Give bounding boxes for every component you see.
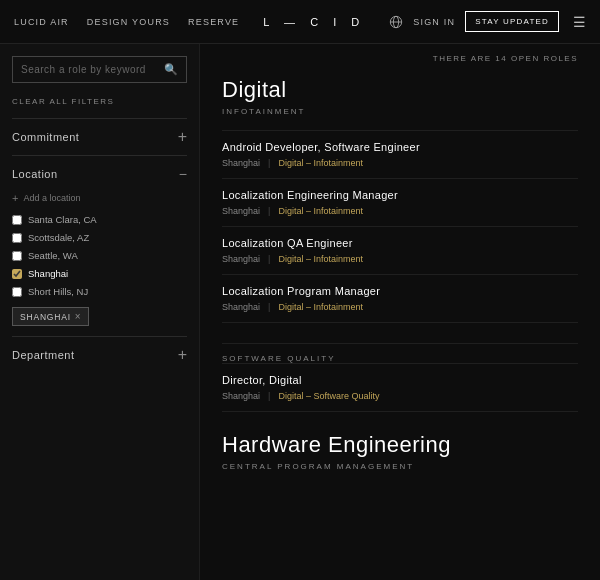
department-label: Department [12, 349, 74, 361]
location-checkbox-short-hills[interactable] [12, 287, 22, 297]
main-container: 🔍 CLEAR ALL FILTERS Commitment + Locatio… [0, 44, 600, 580]
job-tag-localization-pm: Digital – Infotainment [278, 302, 363, 312]
job-location-localization-mgr: Shanghai [222, 206, 260, 216]
divider-android: | [268, 158, 270, 168]
shanghai-tag-remove[interactable]: × [75, 311, 82, 322]
add-location[interactable]: + Add a location [12, 192, 187, 204]
commitment-header[interactable]: Commitment + [12, 129, 187, 145]
location-item-seattle[interactable]: Seattle, WA [12, 250, 187, 261]
job-meta-director-digital: Shanghai | Digital – Software Quality [222, 391, 578, 401]
location-item-santa-clara[interactable]: Santa Clara, CA [12, 214, 187, 225]
digital-title: Digital [222, 77, 578, 103]
department-filter: Department + [12, 336, 187, 373]
job-meta-android: Shanghai | Digital – Infotainment [222, 158, 578, 168]
globe-icon [389, 15, 403, 29]
job-item-android: Android Developer, Software Engineer Sha… [222, 130, 578, 178]
location-label: Location [12, 168, 58, 180]
nav-link-reserve[interactable]: RESERVE [188, 17, 239, 27]
software-quality-job-list: Director, Digital Shanghai | Digital – S… [222, 363, 578, 412]
infotainment-job-list: Android Developer, Software Engineer Sha… [222, 130, 578, 323]
location-checkbox-shanghai[interactable] [12, 269, 22, 279]
stay-updated-button[interactable]: STAY UPDATED [465, 11, 559, 32]
location-checkbox-seattle[interactable] [12, 251, 22, 261]
job-meta-localization-pm: Shanghai | Digital – Infotainment [222, 302, 578, 312]
job-tag-localization-qa: Digital – Infotainment [278, 254, 363, 264]
job-meta-localization-qa: Shanghai | Digital – Infotainment [222, 254, 578, 264]
job-tag-localization-mgr: Digital – Infotainment [278, 206, 363, 216]
sign-in-button[interactable]: SIGN IN [413, 17, 455, 27]
location-name-scottsdale: Scottsdale, AZ [28, 232, 89, 243]
hardware-title: Hardware Engineering [222, 432, 578, 458]
location-name-short-hills: Short Hills, NJ [28, 286, 88, 297]
search-input[interactable] [21, 64, 164, 75]
job-item-localization-qa: Localization QA Engineer Shanghai | Digi… [222, 226, 578, 274]
job-location-director-digital: Shanghai [222, 391, 260, 401]
location-name-seattle: Seattle, WA [28, 250, 78, 261]
job-item-director-digital: Director, Digital Shanghai | Digital – S… [222, 363, 578, 412]
location-checkbox-scottsdale[interactable] [12, 233, 22, 243]
job-meta-localization-mgr: Shanghai | Digital – Infotainment [222, 206, 578, 216]
job-title-localization-pm[interactable]: Localization Program Manager [222, 285, 578, 297]
sidebar: 🔍 CLEAR ALL FILTERS Commitment + Locatio… [0, 44, 200, 580]
add-location-label: Add a location [23, 193, 80, 203]
search-box: 🔍 [12, 56, 187, 83]
nav-link-design-yours[interactable]: DESIGN YOURS [87, 17, 170, 27]
active-tags: SHANGHAI × [12, 307, 187, 326]
location-item-shanghai[interactable]: Shanghai [12, 268, 187, 279]
location-collapse-icon: − [179, 166, 187, 182]
job-title-localization-mgr[interactable]: Localization Engineering Manager [222, 189, 578, 201]
department-header[interactable]: Department + [12, 347, 187, 363]
location-list: Santa Clara, CA Scottsdale, AZ Seattle, … [12, 214, 187, 297]
location-name-santa-clara: Santa Clara, CA [28, 214, 97, 225]
location-filter: Location − + Add a location Santa Clara,… [12, 155, 187, 336]
department-expand-icon: + [178, 347, 187, 363]
software-quality-label: SOFTWARE QUALITY [222, 343, 578, 363]
infotainment-label: INFOTAINMENT [222, 107, 578, 116]
software-quality-section: SOFTWARE QUALITY Director, Digital Shang… [222, 343, 578, 412]
navbar: LUCID AIR DESIGN YOURS RESERVE L — C I D… [0, 0, 600, 44]
nav-link-lucid-air[interactable]: LUCID AIR [14, 17, 69, 27]
digital-section: Digital INFOTAINMENT Android Developer, … [222, 77, 578, 323]
commitment-expand-icon: + [178, 129, 187, 145]
job-item-localization-mgr: Localization Engineering Manager Shangha… [222, 178, 578, 226]
job-title-director-digital[interactable]: Director, Digital [222, 374, 578, 386]
job-item-localization-pm: Localization Program Manager Shanghai | … [222, 274, 578, 323]
commitment-filter: Commitment + [12, 118, 187, 155]
location-name-shanghai: Shanghai [28, 268, 68, 279]
hardware-subcategory: CENTRAL PROGRAM MANAGEMENT [222, 462, 578, 471]
lucid-logo: L — C I D [263, 16, 365, 28]
job-tag-android: Digital – Infotainment [278, 158, 363, 168]
location-item-scottsdale[interactable]: Scottsdale, AZ [12, 232, 187, 243]
nav-links: LUCID AIR DESIGN YOURS RESERVE [14, 17, 239, 27]
nav-right: SIGN IN STAY UPDATED ☰ [389, 11, 586, 32]
open-roles-count: THERE ARE 14 OPEN ROLES [222, 54, 578, 63]
nav-center: L — C I D [239, 16, 389, 28]
job-location-localization-qa: Shanghai [222, 254, 260, 264]
hardware-section: Hardware Engineering CENTRAL PROGRAM MAN… [222, 432, 578, 471]
hamburger-icon[interactable]: ☰ [573, 14, 586, 30]
shanghai-tag[interactable]: SHANGHAI × [12, 307, 89, 326]
job-title-localization-qa[interactable]: Localization QA Engineer [222, 237, 578, 249]
job-location-android: Shanghai [222, 158, 260, 168]
add-location-plus-icon: + [12, 192, 18, 204]
main-content: THERE ARE 14 OPEN ROLES Digital INFOTAIN… [200, 44, 600, 580]
job-location-localization-pm: Shanghai [222, 302, 260, 312]
search-button[interactable]: 🔍 [164, 63, 178, 76]
shanghai-tag-label: SHANGHAI [20, 312, 71, 322]
location-header[interactable]: Location − [12, 166, 187, 182]
location-checkbox-santa-clara[interactable] [12, 215, 22, 225]
location-item-short-hills[interactable]: Short Hills, NJ [12, 286, 187, 297]
job-tag-director-digital: Digital – Software Quality [278, 391, 379, 401]
commitment-label: Commitment [12, 131, 79, 143]
clear-filters-button[interactable]: CLEAR ALL FILTERS [12, 97, 187, 106]
job-title-android[interactable]: Android Developer, Software Engineer [222, 141, 578, 153]
